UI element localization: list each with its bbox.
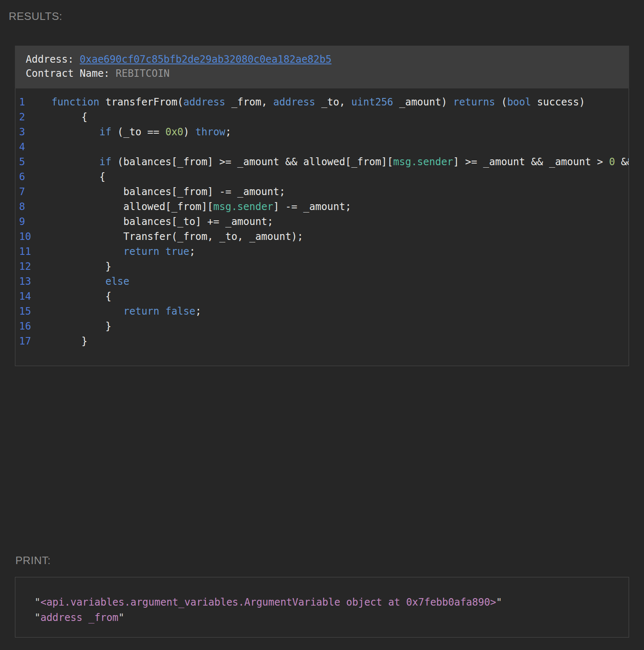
code-token: throw [195, 126, 225, 138]
code-token [39, 126, 100, 138]
code-token: if [100, 126, 112, 138]
code-line-text: if (balances[_from] >= _amount && allowe… [34, 154, 629, 169]
code-token: balances[_from] -= _amount; [39, 186, 285, 198]
code-token: _to, [315, 96, 351, 108]
code-line-text: } [34, 319, 629, 334]
code-token: { [39, 291, 111, 302]
print-quote: " [118, 612, 124, 623]
code-line-text: balances[_to] += _amount; [34, 214, 629, 229]
code-line-text [34, 139, 629, 154]
code-token: (balances[_from] >= _amount && allowed[_… [111, 156, 393, 168]
line-number: 4 [15, 139, 34, 154]
contract-name-value: REBITCOIN [116, 68, 170, 79]
line-number: 9 [15, 214, 34, 229]
code-line-text: function transferFrom(address _from, add… [34, 95, 629, 110]
address-row: Address: 0xae690cf07c85bfb2de29ab32080c0… [26, 52, 629, 66]
code-token [39, 246, 123, 257]
code-token: function [51, 96, 100, 108]
code-token: } [39, 320, 111, 332]
line-number: 11 [15, 244, 34, 259]
code-token: transferFrom( [100, 96, 183, 108]
print-quote: " [34, 596, 40, 608]
print-section-label: PRINT: [15, 554, 51, 567]
line-number: 12 [15, 259, 34, 274]
code-token: Transfer(_from, _to, _amount); [39, 231, 303, 242]
line-number: 1 [15, 95, 34, 110]
line-number: 7 [15, 184, 34, 199]
code-line-text: else [34, 274, 629, 289]
code-line: 9 balances[_to] += _amount; [15, 214, 629, 229]
line-number: 16 [15, 319, 34, 334]
line-number: 17 [15, 334, 34, 349]
code-token: 0x0 [165, 126, 183, 138]
print-quote: " [34, 612, 40, 623]
code-line-text: { [34, 169, 629, 184]
line-number: 8 [15, 199, 34, 214]
code-line: 7 balances[_from] -= _amount; [15, 184, 629, 199]
line-number: 6 [15, 169, 34, 184]
results-section-label: RESULTS: [9, 10, 62, 23]
contract-address-link[interactable]: 0xae690cf07c85bfb2de29ab32080c0ea182ae82… [80, 54, 332, 65]
code-token: returns [453, 96, 495, 108]
code-line: 14 { [15, 289, 629, 304]
code-token [39, 96, 51, 108]
address-label: Address: [26, 54, 74, 65]
code-token: _from, [225, 96, 273, 108]
code-token: _amount) [393, 96, 454, 108]
address-spacer [74, 54, 80, 65]
code-token: && [615, 156, 629, 168]
code-line-text: { [34, 289, 629, 304]
code-token: ; [225, 126, 231, 138]
code-token: (_to == [111, 126, 165, 138]
code-token: balances[_to] += _amount; [39, 216, 273, 227]
contract-name-row: Contract Name: REBITCOIN [26, 66, 629, 81]
code-token: address [273, 96, 315, 108]
code-line-text: } [34, 334, 629, 349]
code-token: return [123, 246, 159, 257]
code-line: 11 return true; [15, 244, 629, 259]
code-token: if [100, 156, 112, 168]
code-token: uint256 [351, 96, 393, 108]
code-line: 1 function transferFrom(address _from, a… [15, 95, 629, 110]
code-line-text: Transfer(_from, _to, _amount); [34, 229, 629, 244]
code-token: bool [507, 96, 531, 108]
contract-header: Address: 0xae690cf07c85bfb2de29ab32080c0… [15, 46, 629, 88]
line-number: 3 [15, 125, 34, 139]
code-line: 17 } [15, 334, 629, 349]
print-output-line: "address _from" [34, 610, 629, 626]
code-token [159, 305, 165, 317]
contract-name-spacer [110, 68, 115, 79]
code-line-text: if (_to == 0x0) throw; [34, 125, 629, 139]
code-line: 10 Transfer(_from, _to, _amount); [15, 229, 629, 244]
code-token: ; [189, 246, 195, 257]
code-token: ; [195, 305, 201, 317]
code-token [39, 276, 105, 287]
code-line: 6 { [15, 169, 629, 184]
contract-name-label: Contract Name: [26, 68, 110, 79]
print-quote: " [496, 596, 502, 608]
code-line-text: { [34, 110, 629, 125]
print-value: <api.variables.argument_variables.Argume… [40, 596, 496, 608]
code-line: 15 return false; [15, 304, 629, 319]
code-line-text: return false; [34, 304, 629, 319]
line-number: 5 [15, 154, 34, 169]
code-line-text: return true; [34, 244, 629, 259]
code-line: 16 } [15, 319, 629, 334]
line-number: 14 [15, 289, 34, 304]
code-token: msg.sender [213, 201, 273, 213]
code-token: ( [495, 96, 507, 108]
code-token: 0 [609, 156, 615, 168]
code-line-text: balances[_from] -= _amount; [34, 184, 629, 199]
code-token: ] -= _amount; [273, 201, 351, 213]
code-line: 8 allowed[_from][msg.sender] -= _amount; [15, 199, 629, 214]
code-token: ] >= _amount && _amount > [453, 156, 609, 168]
code-line: 12 } [15, 259, 629, 274]
code-token [159, 246, 165, 257]
code-line-text: } [34, 259, 629, 274]
code-line: 4 [15, 139, 629, 154]
line-number: 13 [15, 274, 34, 289]
code-line: 3 if (_to == 0x0) throw; [15, 125, 629, 139]
code-token: false [165, 305, 195, 317]
code-token: address [183, 96, 225, 108]
code-token: success) [531, 96, 585, 108]
